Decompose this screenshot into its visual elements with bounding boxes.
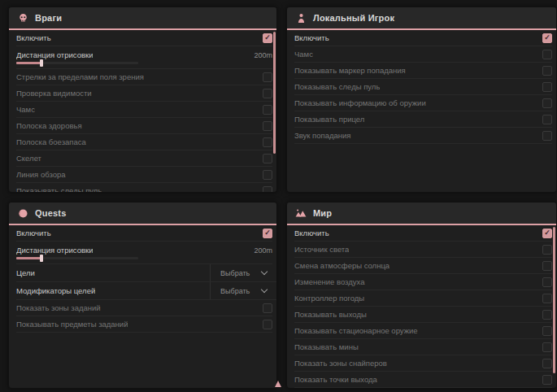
checkbox[interactable] [263, 105, 272, 115]
checkmark-icon: ✓ [544, 34, 550, 41]
setting-label: Стрелки за пределами поля зрения [16, 72, 144, 81]
checkbox[interactable] [263, 121, 272, 131]
settings-row: Включить ✓ [16, 30, 272, 46]
quests-icon [17, 207, 28, 219]
checkbox[interactable] [263, 186, 272, 194]
settings-row: Контроллер погоды [294, 290, 552, 307]
dropdown-value: Выбрать [220, 269, 250, 277]
settings-row: Показывать предметы заданий [16, 316, 272, 333]
setting-label: Включить [16, 229, 51, 237]
slider-thumb[interactable] [40, 59, 43, 67]
dropdown[interactable]: Выбрать [210, 282, 276, 299]
dropdown[interactable]: Выбрать [210, 264, 276, 281]
setting-label: Изменение воздуха [294, 277, 365, 286]
checkbox[interactable] [542, 294, 552, 303]
checkbox[interactable]: ✓ [542, 33, 552, 43]
settings-row: Показать точки выхода [294, 372, 552, 388]
slider-fill [16, 62, 42, 64]
checkbox[interactable] [263, 137, 272, 147]
trainer-overlay: Враги Включить ✓ Дистанция отрисовки 200… [0, 0, 557, 392]
setting-label: Показать зоны снайперов [294, 359, 387, 368]
setting-label: Цели [16, 268, 35, 277]
mountains-icon [295, 207, 307, 219]
setting-label: Показывать выходы [294, 310, 367, 319]
slider-value: 200m [254, 246, 272, 255]
panel-body: Включить ✓ Дистанция отрисовки 200m Цели… [9, 225, 276, 333]
checkbox[interactable] [542, 359, 552, 368]
chevron-down-icon [261, 286, 268, 293]
setting-label: Контроллер погоды [294, 294, 364, 303]
panel-body: Включить ✓ Чамс Показывать маркер попада… [287, 30, 556, 144]
checkbox[interactable]: ✓ [263, 33, 272, 43]
settings-row: Показывать следы пуль [16, 183, 272, 193]
setting-label: Чамс [16, 105, 35, 114]
settings-panel: Локальный Игрок Включить ✓ Чамс Показыва… [286, 7, 557, 193]
setting-label: Источник света [294, 245, 349, 254]
checkbox[interactable] [542, 245, 552, 255]
checkbox[interactable] [542, 66, 552, 76]
setting-label: Показать зоны заданий [16, 303, 101, 312]
checkbox[interactable] [263, 170, 272, 180]
checkbox[interactable]: ✓ [263, 229, 272, 238]
checkbox[interactable] [542, 326, 552, 336]
setting-label: Модификаторы целей [16, 286, 95, 295]
slider-thumb[interactable] [40, 255, 43, 262]
checkbox[interactable] [542, 50, 552, 59]
checkbox[interactable] [263, 72, 272, 82]
slider[interactable] [16, 62, 138, 64]
settings-row: Показывать мины [294, 339, 552, 355]
settings-row: Показывать информацию об оружии [294, 95, 552, 111]
settings-panel: Мир Включить ✓ Источник света Смена атмо… [286, 202, 557, 389]
checkbox[interactable] [263, 89, 272, 98]
checkbox[interactable] [542, 98, 552, 108]
setting-label: Показывать маркер попадания [294, 66, 406, 75]
checkbox[interactable] [263, 154, 272, 163]
checkbox[interactable] [263, 320, 272, 329]
chevron-down-icon [261, 268, 268, 275]
settings-row: Смена атмосферы солнца [294, 258, 552, 274]
panel-title: Мир [313, 208, 332, 218]
setting-label: Показывать информацию об оружии [294, 98, 426, 107]
setting-label: Показывать мины [294, 342, 359, 351]
checkbox[interactable] [263, 303, 272, 313]
settings-row: Полоска боезапаса [16, 134, 272, 150]
checkbox[interactable] [542, 82, 552, 92]
panel-header: Враги [9, 7, 276, 30]
settings-row: Показать зоны заданий [16, 300, 272, 316]
settings-row: Включить ✓ [294, 225, 552, 242]
settings-row: Полоска здоровья [16, 118, 272, 134]
select-row: Модификаторы целей Выбрать [16, 282, 276, 300]
checkmark-icon: ✓ [264, 34, 271, 41]
checkbox[interactable] [542, 342, 552, 352]
checkbox[interactable] [542, 375, 552, 385]
setting-label: Звук попадания [294, 131, 351, 140]
settings-row: Линия обзора [16, 167, 272, 183]
settings-row: Стрелки за пределами поля зрения [16, 69, 272, 85]
checkbox[interactable] [542, 261, 552, 271]
panel-body: Включить ✓ Источник света Смена атмосфер… [287, 225, 556, 388]
scrollbar[interactable] [273, 32, 276, 154]
slider-value: 200m [254, 51, 272, 59]
settings-row: Звук попадания [294, 128, 552, 144]
scrollbar[interactable] [553, 227, 555, 373]
select-row: Цели Выбрать [16, 264, 276, 282]
setting-label: Проверка видимости [16, 89, 92, 98]
slider-row: Дистанция отрисовки 200m [16, 46, 272, 69]
settings-row: Показывать прицел [294, 111, 552, 128]
panel-body: Включить ✓ Дистанция отрисовки 200m Стре… [9, 30, 276, 193]
slider-fill [16, 257, 42, 259]
panel-title: Враги [35, 13, 62, 23]
setting-label: Включить [294, 33, 329, 42]
checkbox[interactable]: ✓ [542, 229, 552, 238]
setting-label: Включить [294, 229, 329, 237]
panel-header: Quests [9, 203, 276, 225]
checkbox[interactable] [542, 115, 552, 124]
settings-row: Включить ✓ [294, 30, 552, 46]
checkbox[interactable] [542, 131, 552, 141]
settings-row: Изменение воздуха [294, 274, 552, 290]
setting-label: Скелет [16, 154, 41, 163]
checkbox[interactable] [542, 277, 552, 287]
slider[interactable] [16, 257, 138, 259]
panel-header: Локальный Игрок [287, 7, 556, 30]
checkbox[interactable] [542, 310, 552, 320]
